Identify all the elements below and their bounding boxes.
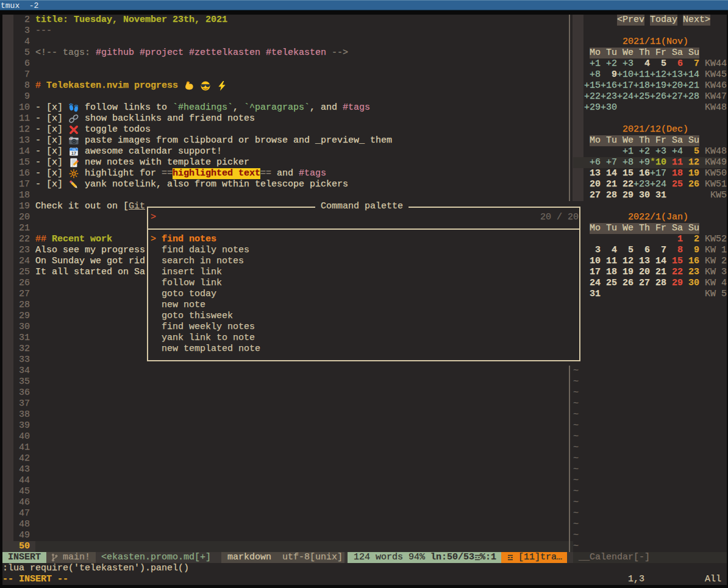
svg-text:July: July: [72, 148, 76, 151]
svg-text:17: 17: [71, 151, 76, 155]
